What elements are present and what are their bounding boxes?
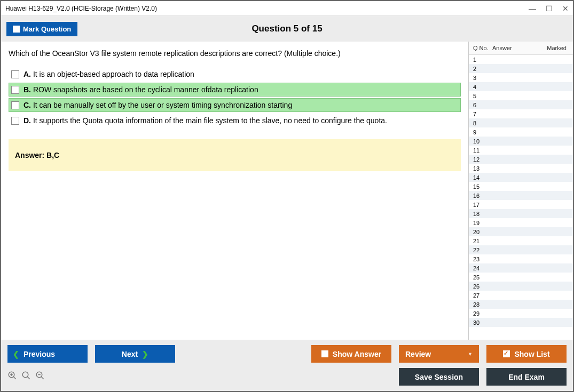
- question-list-row[interactable]: 17: [469, 200, 573, 209]
- row-qno: 15: [471, 183, 492, 190]
- svg-point-4: [22, 372, 28, 378]
- question-list-row[interactable]: 9: [469, 127, 573, 137]
- row-qno: 18: [471, 211, 492, 217]
- question-list-row[interactable]: 20: [469, 227, 573, 236]
- question-list-row[interactable]: 28: [469, 300, 573, 309]
- question-list-body[interactable]: 1234567891011121314151617181920212223242…: [469, 55, 573, 340]
- question-list-row[interactable]: 15: [469, 182, 573, 191]
- question-list-row[interactable]: 5: [469, 91, 573, 100]
- option-row[interactable]: D. It supports the Quota quota informati…: [9, 114, 461, 127]
- row-qno: 24: [471, 265, 492, 271]
- question-list-row[interactable]: 24: [469, 263, 573, 273]
- question-list-row[interactable]: 27: [469, 291, 573, 300]
- option-row[interactable]: A. It is an object-based approach to dat…: [9, 67, 461, 81]
- next-button[interactable]: Next ❯: [95, 345, 175, 363]
- row-qno: 29: [471, 310, 492, 317]
- mark-checkbox-icon: [13, 26, 20, 33]
- question-list-row[interactable]: 21: [469, 236, 573, 245]
- row-qno: 2: [471, 66, 492, 72]
- question-list-row[interactable]: 14: [469, 173, 573, 182]
- row-qno: 4: [471, 84, 492, 90]
- options-list: A. It is an object-based approach to dat…: [9, 67, 461, 127]
- maximize-icon[interactable]: ☐: [546, 5, 553, 12]
- row-qno: 23: [471, 256, 492, 262]
- option-checkbox[interactable]: [11, 70, 19, 78]
- question-list-row[interactable]: 19: [469, 218, 573, 227]
- row-qno: 5: [471, 93, 492, 99]
- question-list-row[interactable]: 2: [469, 64, 573, 73]
- row-qno: 17: [471, 202, 492, 208]
- app-window: Huawei H13-629_V2.0 (HCIE-Storage (Writt…: [0, 0, 574, 392]
- question-list-row[interactable]: 7: [469, 109, 573, 118]
- window-title: Huawei H13-629_V2.0 (HCIE-Storage (Writt…: [5, 5, 529, 12]
- option-checkbox[interactable]: [11, 117, 19, 125]
- row-qno: 26: [471, 283, 492, 290]
- question-list-row[interactable]: 4: [469, 82, 573, 91]
- question-list-row[interactable]: 16: [469, 191, 573, 200]
- question-text: Which of the OceanStor V3 file system re…: [9, 49, 461, 58]
- row-qno: 30: [471, 319, 492, 326]
- row-qno: 22: [471, 247, 492, 253]
- show-list-label: Show List: [514, 350, 549, 358]
- question-area: Which of the OceanStor V3 file system re…: [1, 42, 468, 340]
- end-exam-label: End Exam: [508, 373, 545, 381]
- option-label: B. ROW snapshots are based on the cyclic…: [23, 85, 458, 94]
- zoom-in-icon[interactable]: [7, 371, 17, 383]
- review-button[interactable]: Review ▼: [399, 345, 479, 363]
- row-qno: 25: [471, 274, 492, 281]
- show-answer-button[interactable]: Show Answer: [311, 345, 391, 363]
- question-list-row[interactable]: 11: [469, 146, 573, 155]
- answer-box: Answer: B,C: [9, 139, 461, 171]
- checkbox-icon: [321, 350, 328, 357]
- show-list-button[interactable]: Show List: [486, 345, 567, 363]
- end-exam-button[interactable]: End Exam: [486, 368, 567, 386]
- save-session-button[interactable]: Save Session: [399, 368, 479, 386]
- question-list-row[interactable]: 12: [469, 155, 573, 164]
- option-label: A. It is an object-based approach to dat…: [23, 70, 458, 78]
- previous-label: Previous: [23, 350, 55, 358]
- review-label: Review: [405, 350, 431, 358]
- question-list-row[interactable]: 30: [469, 318, 573, 327]
- question-list-row[interactable]: 25: [469, 273, 573, 282]
- minimize-icon[interactable]: —: [529, 5, 536, 12]
- svg-line-7: [41, 377, 44, 379]
- row-qno: 3: [471, 75, 492, 81]
- question-list-header: Q No. Answer Marked: [469, 42, 573, 55]
- question-list-row[interactable]: 22: [469, 245, 573, 254]
- question-list-row[interactable]: 29: [469, 309, 573, 318]
- question-list-row[interactable]: 1: [469, 55, 573, 64]
- row-qno: 11: [471, 147, 492, 154]
- option-row[interactable]: B. ROW snapshots are based on the cyclic…: [9, 83, 461, 97]
- option-label: C. It can be manually set off by the use…: [23, 101, 458, 109]
- question-list-row[interactable]: 13: [469, 164, 573, 173]
- next-label: Next: [122, 350, 138, 358]
- question-list-row[interactable]: 23: [469, 254, 573, 263]
- question-list-row[interactable]: 26: [469, 282, 573, 291]
- titlebar: Huawei H13-629_V2.0 (HCIE-Storage (Writt…: [1, 1, 573, 16]
- question-list-row[interactable]: 6: [469, 100, 573, 109]
- question-list-row[interactable]: 10: [469, 137, 573, 146]
- previous-button[interactable]: ❮ Previous: [7, 345, 88, 363]
- header-bar: Mark Question Question 5 of 15: [1, 16, 573, 42]
- row-qno: 9: [471, 129, 492, 135]
- question-list-row[interactable]: 3: [469, 73, 573, 82]
- mark-question-button[interactable]: Mark Question: [6, 22, 77, 36]
- row-qno: 1: [471, 57, 492, 63]
- option-row[interactable]: C. It can be manually set off by the use…: [9, 98, 461, 112]
- option-checkbox[interactable]: [11, 101, 19, 109]
- row-qno: 16: [471, 193, 492, 199]
- chevron-left-icon: ❮: [13, 350, 19, 358]
- mark-question-label: Mark Question: [23, 25, 71, 33]
- close-icon[interactable]: ✕: [562, 5, 569, 12]
- question-list-row[interactable]: 18: [469, 209, 573, 218]
- option-checkbox[interactable]: [11, 86, 19, 94]
- zoom-reset-icon[interactable]: [21, 371, 31, 383]
- row-qno: 14: [471, 174, 492, 181]
- question-list-row[interactable]: 8: [469, 118, 573, 127]
- show-answer-label: Show Answer: [333, 350, 381, 358]
- zoom-out-icon[interactable]: [35, 371, 45, 383]
- window-controls: — ☐ ✕: [529, 5, 569, 12]
- row-qno: 7: [471, 111, 492, 117]
- row-qno: 27: [471, 292, 492, 299]
- save-session-label: Save Session: [415, 373, 463, 381]
